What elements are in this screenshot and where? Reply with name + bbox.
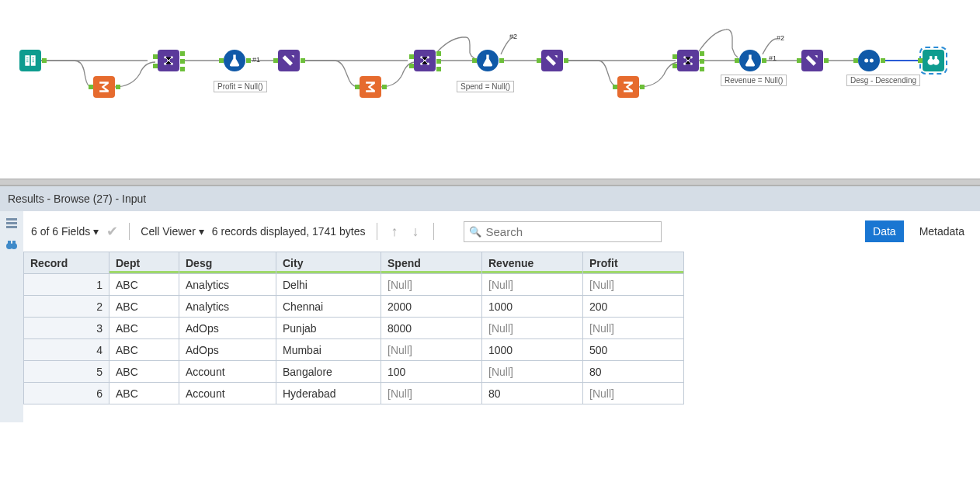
cell[interactable]: 1000 [482, 339, 583, 361]
formula-tool-1[interactable] [224, 50, 245, 71]
join-tool-3[interactable] [677, 50, 699, 71]
formula-3-label: Revenue = Null() [721, 75, 787, 86]
check-icon[interactable]: ✔ [106, 223, 118, 240]
cell[interactable]: Chennai [276, 296, 381, 318]
cell[interactable]: 1 [24, 274, 109, 296]
cell[interactable]: ABC [109, 339, 179, 361]
cell[interactable]: Analytics [179, 274, 276, 296]
move-up-button[interactable]: ↑ [388, 224, 401, 240]
table-row[interactable]: 2ABCAnalyticsChennai20001000200 [24, 296, 684, 318]
cell[interactable]: [Null] [583, 274, 684, 296]
cell[interactable]: 6 [24, 383, 109, 404]
summarize-tool-1[interactable] [93, 76, 115, 98]
cell[interactable]: 4 [24, 339, 109, 361]
cell[interactable]: Hyderabad [276, 383, 381, 404]
svg-rect-22 [6, 222, 17, 224]
svg-rect-26 [8, 241, 11, 244]
cell[interactable]: 8000 [381, 318, 482, 339]
formula-tool-2[interactable] [477, 50, 499, 71]
cell[interactable]: ABC [109, 383, 179, 404]
cell[interactable]: Account [179, 383, 276, 404]
svg-rect-27 [12, 241, 16, 244]
column-header-city[interactable]: City [276, 252, 381, 274]
workflow-canvas[interactable]: #1 Profit = Null() #2 Spend = Null() [0, 0, 980, 179]
column-header-desg[interactable]: Desg [179, 252, 276, 274]
table-view-icon[interactable] [5, 216, 19, 230]
cell[interactable]: Delhi [276, 274, 381, 296]
cell[interactable]: 5 [24, 361, 109, 383]
tab-metadata[interactable]: Metadata [912, 220, 972, 242]
move-down-button[interactable]: ↓ [409, 224, 422, 240]
input-data-tool[interactable] [19, 50, 41, 71]
cell[interactable]: [Null] [583, 318, 684, 339]
cell[interactable]: ABC [109, 361, 179, 383]
results-left-gutter [0, 211, 23, 252]
separator [433, 223, 434, 240]
cell[interactable]: [Null] [381, 339, 482, 361]
union-tool[interactable] [858, 50, 880, 71]
cell[interactable]: AdOps [179, 318, 276, 339]
cell[interactable]: 3 [24, 318, 109, 339]
column-header-profit[interactable]: Profit [583, 252, 684, 274]
cell[interactable]: 500 [583, 339, 684, 361]
expression-badge: #2 [509, 33, 517, 40]
cell[interactable]: Analytics [179, 296, 276, 318]
search-input[interactable] [485, 224, 657, 239]
column-header-dept[interactable]: Dept [109, 252, 179, 274]
cell[interactable]: ABC [109, 274, 179, 296]
table-row[interactable]: 6ABCAccountHyderabad[Null]80[Null] [24, 383, 684, 404]
results-grid[interactable]: RecordDeptDesgCitySpendRevenueProfit 1AB… [23, 252, 684, 404]
multi-field-tool-2[interactable] [541, 50, 563, 71]
column-header-revenue[interactable]: Revenue [482, 252, 583, 274]
cell[interactable]: ABC [109, 318, 179, 339]
chevron-down-icon: ▾ [93, 225, 99, 238]
cell[interactable]: [Null] [583, 383, 684, 404]
cell[interactable]: 2000 [381, 296, 482, 318]
multi-field-tool-1[interactable] [278, 50, 300, 71]
sort-tool[interactable] [801, 50, 823, 71]
separator [377, 223, 377, 240]
cell[interactable]: [Null] [482, 318, 583, 339]
cell[interactable]: 80 [482, 383, 583, 404]
table-row[interactable]: 4ABCAdOpsMumbai[Null]1000500 [24, 339, 684, 361]
column-header-record[interactable]: Record [24, 252, 109, 274]
column-header-spend[interactable]: Spend [381, 252, 482, 274]
cell[interactable]: Bangalore [276, 361, 381, 383]
cell[interactable]: Punjab [276, 318, 381, 339]
cell-viewer-label: Cell Viewer [141, 225, 196, 238]
search-box[interactable]: 🔍 [464, 221, 662, 242]
cell-viewer-dropdown[interactable]: Cell Viewer ▾ [141, 225, 204, 238]
cell[interactable]: Mumbai [276, 339, 381, 361]
records-info: 6 records displayed, 1741 bytes [212, 225, 366, 238]
summarize-tool-3[interactable] [617, 76, 639, 98]
binoculars-icon[interactable] [5, 238, 19, 252]
cell[interactable]: 200 [583, 296, 684, 318]
tab-data[interactable]: Data [865, 220, 904, 242]
cell[interactable]: [Null] [381, 383, 482, 404]
cell[interactable]: 2 [24, 296, 109, 318]
cell[interactable]: ABC [109, 296, 179, 318]
browse-tool[interactable] [923, 50, 944, 71]
cell[interactable]: AdOps [179, 339, 276, 361]
formula-tool-3[interactable] [739, 50, 761, 71]
cell[interactable]: 1000 [482, 296, 583, 318]
cell[interactable]: [Null] [381, 274, 482, 296]
sort-label: Desg - Descending [846, 75, 920, 86]
separator [129, 223, 130, 240]
cell[interactable]: [Null] [482, 274, 583, 296]
join-tool-1[interactable] [158, 50, 179, 71]
cell[interactable]: 100 [381, 361, 482, 383]
svg-rect-23 [6, 226, 17, 228]
expression-badge: #1 [252, 56, 260, 64]
fields-dropdown[interactable]: 6 of 6 Fields ▾ [31, 225, 99, 238]
join-tool-2[interactable] [414, 50, 436, 71]
table-row[interactable]: 1ABCAnalyticsDelhi[Null][Null][Null] [24, 274, 684, 296]
cell[interactable]: Account [179, 361, 276, 383]
summarize-tool-2[interactable] [360, 76, 381, 98]
horizontal-splitter[interactable] [0, 179, 980, 186]
table-row[interactable]: 3ABCAdOpsPunjab8000[Null][Null] [24, 318, 684, 339]
svg-rect-19 [930, 56, 932, 59]
table-row[interactable]: 5ABCAccountBangalore100[Null]80 [24, 361, 684, 383]
cell[interactable]: 80 [583, 361, 684, 383]
cell[interactable]: [Null] [482, 361, 583, 383]
